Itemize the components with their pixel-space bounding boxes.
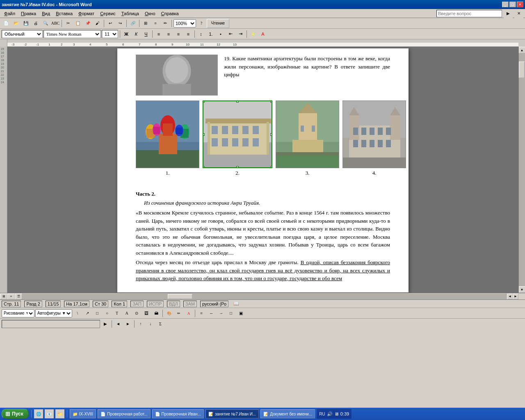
scroll-up-button[interactable]: ▲	[519, 47, 525, 53]
save-button[interactable]: 💾	[21, 19, 30, 28]
redo-button[interactable]: ↪	[116, 19, 125, 28]
taskbar-btn-3[interactable]: 📄 Проверочная Иван...	[152, 409, 204, 418]
image-tool[interactable]: 🏔	[152, 309, 161, 318]
sort-asc[interactable]: ↑	[136, 320, 145, 329]
columns-button[interactable]: ≡	[151, 19, 160, 28]
line-tool[interactable]: \	[73, 309, 82, 318]
macro-input[interactable]	[2, 320, 100, 328]
justify-button[interactable]: ≡	[184, 30, 193, 39]
vertical-scrollbar[interactable]: ▲ ▼	[518, 47, 525, 293]
line-style-tool[interactable]: ≡	[197, 309, 206, 318]
handle-br[interactable]	[270, 166, 272, 168]
menu-format[interactable]: Формат	[76, 10, 97, 17]
cut-button[interactable]: ✂	[64, 19, 73, 28]
scroll-down-button[interactable]: ▼	[519, 286, 525, 293]
minimize-button[interactable]: _	[502, 2, 509, 7]
undo-button[interactable]: ↩	[106, 19, 115, 28]
scroll-track[interactable]	[519, 53, 525, 286]
print-preview-button[interactable]: 🔍	[41, 19, 50, 28]
scroll-right-button[interactable]: ►	[513, 294, 518, 299]
menu-edit[interactable]: Правка	[18, 10, 39, 17]
textbox-tool[interactable]: T	[112, 309, 121, 318]
increase-indent-button[interactable]: ⇥	[236, 30, 245, 39]
rect-tool[interactable]: □	[93, 309, 102, 318]
menu-file[interactable]: Файл	[2, 10, 18, 17]
drawing-button[interactable]: ✏	[161, 19, 170, 28]
h-scroll-track[interactable]	[22, 294, 507, 299]
menu-tools[interactable]: Сервис	[98, 10, 118, 17]
print-button[interactable]: 🖨	[31, 19, 40, 28]
scroll-thumb[interactable]	[519, 62, 525, 78]
menu-window[interactable]: Окно	[142, 10, 158, 17]
arrow-tool[interactable]: ↗	[83, 309, 92, 318]
line-spacing-button[interactable]: ↕	[196, 30, 205, 39]
read-button[interactable]: Чтение	[207, 19, 229, 28]
diagram-tool[interactable]: ⊙	[132, 309, 141, 318]
folder-icon[interactable]: 📁	[55, 409, 64, 418]
maximize-button[interactable]: □	[509, 2, 516, 7]
email-icon[interactable]: 📧	[45, 409, 54, 418]
help-button[interactable]: ?	[197, 19, 206, 28]
menu-table[interactable]: Таблица	[119, 10, 142, 17]
page-view-button3[interactable]: ☰	[15, 294, 22, 299]
table-button[interactable]: ⊞	[141, 19, 150, 28]
handle-bm[interactable]	[236, 166, 239, 168]
zoom-select[interactable]: 100%	[173, 19, 196, 27]
handle-mr[interactable]	[270, 133, 272, 136]
sigma[interactable]: Σ	[156, 320, 165, 329]
handle-tl[interactable]	[203, 100, 205, 103]
style-selector[interactable]: Обычный	[2, 30, 43, 38]
line-color-tool[interactable]: ✏	[174, 309, 183, 318]
handle-tm[interactable]	[236, 100, 239, 103]
align-center-button[interactable]: ≡	[164, 30, 173, 39]
bold-button[interactable]: Ж	[122, 30, 131, 39]
page-view-button1[interactable]: ⊞	[0, 294, 7, 299]
fill-color-tool[interactable]: 🎨	[164, 309, 173, 318]
taskbar-btn-1[interactable]: 📁 IX-XVIII	[70, 409, 96, 418]
handle-bl[interactable]	[203, 166, 205, 168]
new-button[interactable]: 📄	[2, 19, 11, 28]
search-input[interactable]	[436, 10, 502, 17]
menu-help[interactable]: Справка	[159, 10, 181, 17]
search-close-button[interactable]: ✕	[514, 9, 523, 18]
taskbar-btn-4[interactable]: 📝 занятие №7.Иван И...	[205, 409, 259, 418]
font-color-button[interactable]: A	[258, 30, 267, 39]
open-button[interactable]: 📂	[11, 19, 21, 28]
numbering-button[interactable]: 1.	[206, 30, 215, 39]
size-selector[interactable]: 11	[102, 30, 118, 38]
bullets-button[interactable]: •	[216, 30, 225, 39]
start-button[interactable]: ⊞ Пуск	[2, 409, 29, 419]
decrease-indent-button[interactable]: ⇤	[226, 30, 235, 39]
taskbar-btn-5[interactable]: 📝 Документ без имени...	[260, 409, 315, 418]
shadow-tool[interactable]: □	[226, 309, 235, 318]
format-painter-button[interactable]: 🖌	[93, 19, 102, 28]
menu-view[interactable]: Вид	[39, 10, 52, 17]
search-go-button[interactable]: ▶	[504, 9, 513, 18]
spell-button[interactable]: ABC	[51, 19, 60, 28]
italic-button[interactable]: К	[132, 30, 141, 39]
h-scroll-thumb[interactable]	[168, 294, 192, 299]
dash-style-tool[interactable]: --	[207, 309, 216, 318]
sort-desc[interactable]: ↓	[146, 320, 155, 329]
arrow-right2[interactable]: ►	[123, 320, 132, 329]
underline-button[interactable]: Ч	[142, 30, 151, 39]
drawing-select[interactable]: Рисование ▼	[2, 309, 34, 317]
font-selector[interactable]: Times New Roman	[43, 30, 101, 38]
scroll-left-button[interactable]: ◄	[507, 294, 513, 299]
handle-ml[interactable]	[203, 133, 205, 136]
menu-insert[interactable]: Вставка	[53, 10, 75, 17]
page-view-button2[interactable]: ≡	[7, 294, 15, 299]
arrow-left2[interactable]: ◄	[114, 320, 123, 329]
hyperlink-button[interactable]: 🔗	[128, 19, 137, 28]
handle-tr[interactable]	[270, 100, 272, 103]
macro-run[interactable]: ▶	[101, 320, 110, 329]
close-button[interactable]: ✕	[517, 2, 523, 7]
ie-icon[interactable]: 🌐	[34, 409, 43, 418]
wordart-tool[interactable]: A	[122, 309, 131, 318]
align-right-button[interactable]: ≡	[174, 30, 183, 39]
3d-tool[interactable]: ▣	[236, 309, 245, 318]
align-left-button[interactable]: ≡	[154, 30, 163, 39]
highlight-button[interactable]: A	[249, 30, 258, 39]
autoshapes-select[interactable]: Автофигуры ▼	[35, 309, 72, 317]
arrow-style-tool[interactable]: →	[217, 309, 226, 318]
